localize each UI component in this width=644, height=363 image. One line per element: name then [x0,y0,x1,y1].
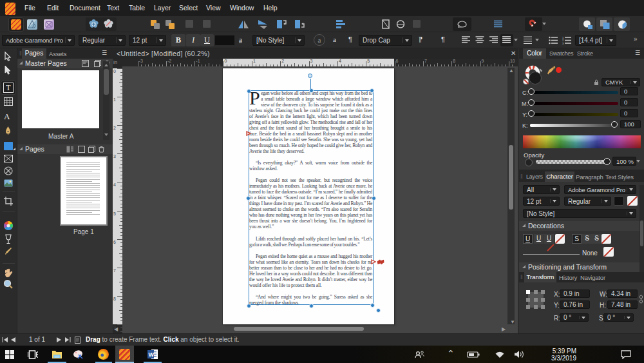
svg-text:W: W [149,351,155,358]
svg-text:3: 3 [562,42,564,45]
